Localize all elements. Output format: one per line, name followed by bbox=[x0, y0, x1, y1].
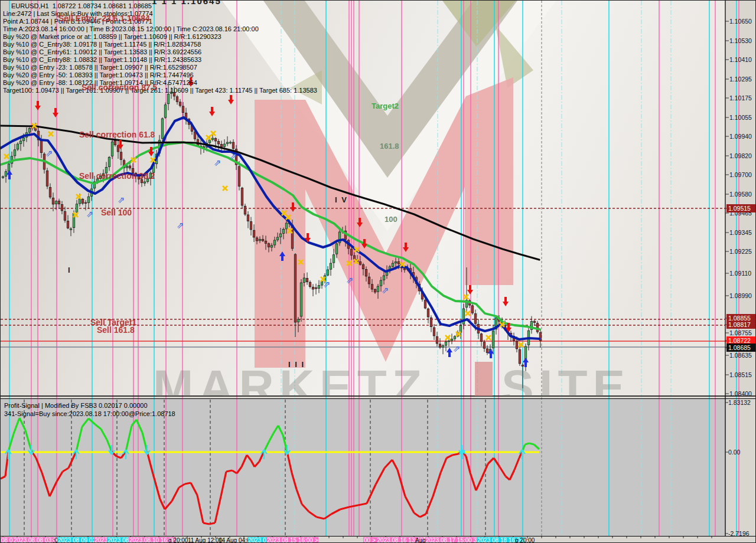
fib-target-label: 100 bbox=[384, 215, 397, 223]
main-chart-overlay: MARKETZ SITE 1 1 1 1.10645 EURUSD,H1 1.0… bbox=[1, 1, 726, 396]
fib-sell-label: Sell Entry -23.6 1.10684 bbox=[58, 14, 150, 22]
trade-info-line: Buy %20 @ Entry -50: 1.08393 || Target:1… bbox=[3, 72, 194, 78]
watermark-accent-block bbox=[475, 362, 493, 396]
indicator-tick-label: 0.00 bbox=[728, 449, 740, 456]
symbol-ohlc-line: EURUSD,H1 1.08722 1.08734 1.08681 1.0868… bbox=[11, 3, 152, 9]
trade-info-line: Buy %10 @ C_Entry38: 1.09178 || Target:1… bbox=[3, 41, 201, 48]
price-tick-label: 1.10295 bbox=[729, 76, 752, 83]
price-tick-label: 1.10650 bbox=[729, 18, 752, 25]
price-tick-label: 1.10530 bbox=[729, 37, 752, 44]
indicator-tick-label: -2.7196 bbox=[728, 530, 750, 537]
time-axis-label[interactable]: 08 0 bbox=[1, 537, 13, 543]
price-highlight-label: 1.08685 bbox=[726, 344, 756, 352]
time-axis-label[interactable]: g 20:00 bbox=[514, 537, 535, 543]
chart-window: ⇗⇗⇗⇗⇗⇗⇗⇗⇗⇗ MARKETZ SITE 1 1 1 1.10645 EU… bbox=[0, 0, 756, 543]
indicator-header: Profit-Signal | Modified By FSB3 0.02017… bbox=[4, 401, 175, 418]
price-tick-label: 1.08755 bbox=[729, 329, 752, 336]
time-axis-label[interactable]: g 20:00 bbox=[168, 537, 188, 543]
time-axis-label[interactable]: Aug bbox=[415, 537, 426, 543]
fib-sell-label: Sell correction 87.5 bbox=[82, 83, 157, 91]
trade-info-line: Buy %20 @ Market price or at: 1.08859 ||… bbox=[3, 34, 221, 40]
price-tick-label: 1.08990 bbox=[729, 292, 752, 299]
watermark-text-right: SITE bbox=[501, 359, 630, 396]
wave-numeral-label: I V bbox=[335, 196, 348, 204]
price-tick-label: 1.10175 bbox=[729, 94, 752, 102]
price-tick-label: 1.09700 bbox=[729, 171, 752, 178]
price-tick-label: 1.08635 bbox=[729, 352, 752, 359]
trade-info-line: Buy %10 @ Entry -23: 1.08578 || Target:1… bbox=[3, 64, 197, 71]
fib-target-label: 161.8 bbox=[380, 142, 399, 150]
wave-numeral-label: I bbox=[68, 266, 71, 274]
price-tick-label: 1.09820 bbox=[729, 152, 752, 159]
indicator-tick-label: 1.83132 bbox=[728, 399, 751, 406]
price-tick-label: 1.09225 bbox=[729, 248, 752, 255]
trade-info-line: Target100: 1.09473 || Target 161: 1.0990… bbox=[3, 87, 317, 94]
indicator-title: Profit-Signal | Modified By FSB3 0.02017… bbox=[4, 401, 175, 410]
fib-sell-label: Sell 100 bbox=[101, 208, 132, 217]
price-highlight-label: 1.08817 bbox=[726, 320, 756, 329]
trade-info-line: Buy %10 @ C_Entry61: 1.09012 || Target:1… bbox=[3, 49, 201, 55]
fib-sell-label: Sell correction 61.8 bbox=[79, 130, 155, 139]
price-tick-label: 1.09110 bbox=[729, 270, 751, 277]
fib-target-label: Target2 bbox=[372, 102, 399, 110]
price-tick-label: 1.08400 bbox=[729, 390, 752, 397]
price-highlight-label: 1.09515 bbox=[726, 204, 756, 212]
price-tick-label: 1.09940 bbox=[729, 133, 752, 140]
price-tick-label: 1.09345 bbox=[729, 229, 752, 236]
trade-info-line: Time A:2023.08.14 16:00:00 | Time B:2023… bbox=[3, 26, 259, 32]
indicator-signal-line: 341-Signal=Buy since:2023.08.18 17:00:00… bbox=[4, 410, 175, 418]
time-axis-label[interactable]: 2023.08.15 16:00 > bbox=[266, 537, 318, 543]
price-tick-label: 1.10410 bbox=[729, 56, 752, 63]
trade-info-line: Buy %10 @ C_Entry88: 1.08832 || Target:1… bbox=[3, 57, 201, 63]
price-tick-label: 1.08515 bbox=[729, 371, 752, 378]
price-tick-label: 1.09580 bbox=[729, 191, 752, 198]
wave-numeral-label: I I I bbox=[288, 361, 305, 368]
fib-sell-label: Sell 161.8 bbox=[97, 326, 135, 334]
clipped-high-label: 1 1 1 1.10645 bbox=[152, 1, 221, 5]
fib-sell-label: Sell correction 38.2 bbox=[79, 172, 155, 180]
price-tick-label: 1.10055 bbox=[729, 114, 752, 121]
